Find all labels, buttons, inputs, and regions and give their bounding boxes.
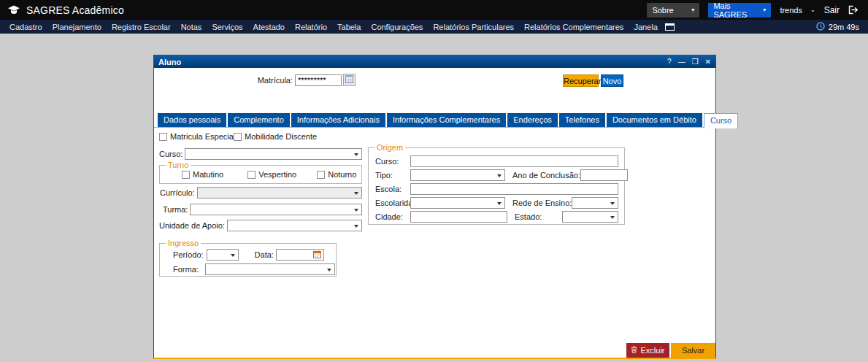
vespertino-group: Vespertino <box>247 170 296 179</box>
menu-item-janela[interactable]: Janela <box>629 23 662 31</box>
curriculo-select[interactable] <box>197 187 362 199</box>
escolaridade-label: Escolaridade: <box>375 199 410 207</box>
mobilidade-discente-label: Mobilidade Discente <box>245 132 317 141</box>
window-icon[interactable] <box>665 23 675 31</box>
noturno-label: Noturno <box>328 170 356 179</box>
salvar-button[interactable]: Salvar <box>671 343 715 358</box>
rede-ensino-select[interactable] <box>572 197 618 209</box>
matricula-especial-checkbox[interactable] <box>159 133 167 141</box>
topbar: SAGRES Acadêmico Sobre ▾ Mais SAGRES ▾ t… <box>0 0 868 20</box>
excluir-button[interactable]: Excluir <box>626 343 669 358</box>
ano-conclusao-input[interactable] <box>580 169 628 181</box>
logout-icon[interactable] <box>848 5 859 15</box>
tab-documentos-em-debito[interactable]: Documentos em Débito <box>607 113 702 127</box>
menu-item-servicos[interactable]: Serviços <box>207 23 247 31</box>
mais-sagres-dropdown[interactable]: Mais SAGRES ▾ <box>708 3 771 18</box>
escolaridade-select[interactable] <box>410 197 505 209</box>
unidade-apoio-select[interactable] <box>227 220 362 231</box>
matricula-input[interactable] <box>295 74 342 86</box>
curso-select[interactable] <box>185 148 362 160</box>
menu-item-relatorios-complementares[interactable]: Relatórios Complementares <box>519 23 629 31</box>
vespertino-checkbox[interactable] <box>247 171 256 179</box>
turma-label: Turma: <box>163 205 188 214</box>
tab-complemento[interactable]: Complemento <box>228 113 289 127</box>
forma-select[interactable] <box>205 263 335 275</box>
turno-fieldset: Turno Matutino Vespertino Noturno <box>159 165 362 184</box>
rede-ensino-label: Rede de Ensino: <box>512 199 572 207</box>
help-button[interactable]: ? <box>667 55 672 68</box>
menu-item-configuracoes[interactable]: Configurações <box>366 23 428 31</box>
turma-select[interactable] <box>190 204 362 215</box>
excluir-label: Excluir <box>640 346 664 355</box>
tab-enderecos[interactable]: Endereços <box>507 113 558 127</box>
close-button[interactable]: ✕ <box>705 55 711 68</box>
session-timer-area: 29m 49s <box>816 22 859 32</box>
tab-informacoes-complementares[interactable]: Informações Complementares <box>387 113 506 127</box>
noturno-checkbox[interactable] <box>317 171 325 179</box>
matutino-checkbox[interactable] <box>182 171 190 179</box>
matricula-label: Matrícula: <box>234 76 293 85</box>
trash-icon <box>631 346 637 355</box>
cidade-input[interactable] <box>410 211 507 223</box>
tab-dados-pessoais[interactable]: Dados pessoais <box>158 113 226 127</box>
tab-curso[interactable]: Curso <box>704 113 738 128</box>
tipo-select[interactable] <box>410 169 505 181</box>
origem-escolaridade-row: Escolaridade: Rede de Ensino: <box>375 197 618 209</box>
mobilidade-discente-checkbox[interactable] <box>234 133 242 141</box>
origem-curso-row: Curso: <box>375 155 618 167</box>
menu-item-planejamento[interactable]: Planejamento <box>47 23 107 31</box>
origem-cidade-row: Cidade: Estado: <box>375 211 618 223</box>
desktop: Aluno ? — ❐ ✕ Matrícula: Recuperar Novo <box>0 34 868 362</box>
trends-dropdown[interactable]: trends ⌄ <box>780 6 815 15</box>
curriculo-label: Currículo: <box>160 188 195 197</box>
ingresso-row-1: Período: Data: <box>173 249 336 261</box>
dialog-body: Matrícula: Recuperar Novo Dados pessoais… <box>154 68 715 358</box>
sobre-dropdown[interactable]: Sobre ▾ <box>647 3 699 18</box>
estado-label: Estado: <box>515 212 542 221</box>
dialog-titlebar[interactable]: Aluno ? — ❐ ✕ <box>154 55 715 68</box>
matutino-group: Matutino <box>182 170 223 179</box>
periodo-label: Período: <box>173 250 204 259</box>
tab-bar: Dados pessoais Complemento Informações A… <box>158 113 738 128</box>
tab-telefones[interactable]: Telefones <box>559 113 605 127</box>
sobre-label: Sobre <box>652 6 673 15</box>
menu-item-relatorios-particulares[interactable]: Relatórios Particulares <box>428 23 519 31</box>
origem-curso-input[interactable] <box>410 155 618 167</box>
origem-fieldset: Origem Curso: Tipo: Ano de Conclusão: Es… <box>368 147 625 225</box>
periodo-select[interactable] <box>207 249 239 261</box>
topbar-actions: Sobre ▾ Mais SAGRES ▾ trends ⌄ Sair <box>647 3 859 18</box>
menu-item-registro-escolar[interactable]: Registro Escolar <box>107 23 176 31</box>
dialog-title: Aluno <box>158 58 181 66</box>
ingresso-fieldset: Ingresso Período: Data: Forma: <box>159 243 337 277</box>
tipo-label: Tipo: <box>375 171 410 180</box>
turma-row: Turma: <box>163 204 362 215</box>
app-title: SAGRES Acadêmico <box>26 4 124 16</box>
menu-item-tabela[interactable]: Tabela <box>332 23 366 31</box>
tab-informacoes-adicionais[interactable]: Informações Adicionais <box>291 113 385 127</box>
session-timer: 29m 49s <box>829 23 859 31</box>
chevron-down-icon: ▾ <box>691 7 694 13</box>
unidade-apoio-row: Unidade de Apoio: <box>159 220 362 231</box>
menu-item-cadastro[interactable]: Cadastro <box>4 23 47 31</box>
escola-input[interactable] <box>410 183 618 195</box>
titlebar-buttons: ? — ❐ ✕ <box>667 55 711 68</box>
data-input[interactable] <box>276 249 324 261</box>
estado-select[interactable] <box>562 211 618 223</box>
menu-item-relatorio[interactable]: Relatório <box>290 23 332 31</box>
origem-curso-label: Curso: <box>375 157 410 166</box>
recuperar-button[interactable]: Recuperar <box>563 74 599 87</box>
mobilidade-discente-group: Mobilidade Discente <box>234 132 317 141</box>
minimize-button[interactable]: — <box>678 55 685 68</box>
menu-item-atestado[interactable]: Atestado <box>248 23 290 31</box>
vespertino-label: Vespertino <box>258 170 296 179</box>
ingresso-row-2: Forma: <box>173 263 336 275</box>
sair-button[interactable]: Sair <box>824 5 840 15</box>
chevron-down-icon: ▾ <box>763 7 766 13</box>
ingresso-legend: Ingresso <box>166 238 201 248</box>
matricula-lookup-button[interactable] <box>343 74 356 86</box>
menu-item-notas[interactable]: Notas <box>176 23 207 31</box>
calendar-button[interactable] <box>312 250 323 260</box>
novo-button[interactable]: Novo <box>601 74 623 87</box>
noturno-group: Noturno <box>317 170 356 179</box>
maximize-button[interactable]: ❐ <box>692 55 699 68</box>
